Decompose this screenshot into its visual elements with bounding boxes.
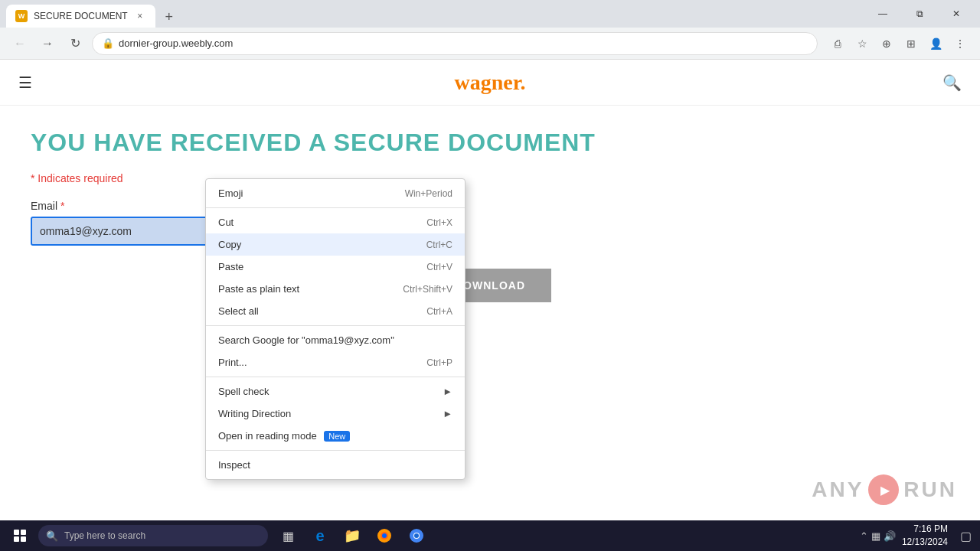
minimize-button[interactable]: — (865, 2, 900, 26)
tray-expand-icon[interactable]: ⌃ (860, 530, 868, 542)
taskbar: 🔍 Type here to search ▦ e 📁 (0, 520, 980, 551)
menu-item-select-all[interactable]: Select all Ctrl+A (206, 300, 465, 322)
svg-point-2 (382, 533, 387, 538)
menu-item-inspect[interactable]: Inspect (206, 454, 465, 476)
email-label: Email * (31, 200, 949, 212)
split-view-icon[interactable]: ⊞ (900, 33, 922, 54)
windows-icon (14, 530, 26, 542)
watermark: ANY RUN (812, 474, 957, 505)
address-bar: ← → ↻ 🔒 dornier-group.weebly.com ⎙ ☆ ⊕ ⊞… (0, 28, 980, 60)
lock-icon: 🔒 (102, 37, 114, 49)
tab-title: SECURE DOCUMENT (34, 11, 128, 21)
taskbar-apps: ▦ e 📁 (273, 520, 432, 551)
page-title: YOU HAVE RECEIVED A SECURE DOCUMENT (31, 129, 949, 157)
menu-separator-3 (206, 377, 465, 377)
svg-point-5 (414, 533, 419, 538)
taskbar-firefox-icon[interactable] (369, 520, 400, 551)
toolbar-icons: ⎙ ☆ ⊕ ⊞ 👤 ⋮ (827, 33, 971, 54)
menu-separator-1 (206, 207, 465, 208)
system-clock[interactable]: 7:16 PM 12/13/2024 (902, 523, 948, 549)
menu-separator-2 (206, 325, 465, 326)
forward-button[interactable]: → (37, 33, 58, 54)
taskbar-search-icon: 🔍 (46, 530, 58, 542)
watermark-play-icon (868, 474, 899, 505)
menu-item-reading-mode[interactable]: Open in reading mode New (206, 425, 465, 447)
url-bar[interactable]: 🔒 dornier-group.weebly.com (92, 32, 818, 55)
taskbar-edge-icon[interactable]: e (305, 520, 335, 551)
menu-separator-4 (206, 450, 465, 451)
required-star: * (60, 200, 64, 212)
tab-close-button[interactable]: × (134, 10, 146, 22)
task-view-button[interactable]: ▦ (273, 520, 303, 551)
menu-item-paste-plain[interactable]: Paste as plain text Ctrl+Shift+V (206, 278, 465, 300)
profile-icon[interactable]: 👤 (925, 33, 946, 54)
watermark-text-right: RUN (903, 478, 957, 502)
menu-item-paste[interactable]: Paste Ctrl+V (206, 256, 465, 278)
maximize-button[interactable]: ⧉ (902, 2, 937, 26)
clock-time: 7:16 PM (902, 523, 948, 536)
taskbar-folder-icon[interactable]: 📁 (337, 520, 368, 551)
reload-button[interactable]: ↻ (64, 33, 86, 54)
tab-favicon: W (15, 10, 28, 22)
watermark-text-left: ANY (812, 478, 864, 502)
website-content: ☰ wagner. 🔍 YOU HAVE RECEIVED A SECURE D… (0, 60, 980, 520)
taskbar-right: ⌃ ▦ 🔊 7:16 PM 12/13/2024 ▢ (860, 520, 977, 551)
browser-frame: W SECURE DOCUMENT × + — ⧉ ✕ ← → ↻ 🔒 dorn… (0, 0, 980, 551)
hamburger-menu[interactable]: ☰ (18, 73, 32, 92)
menu-item-copy[interactable]: Copy Ctrl+C (206, 233, 465, 256)
new-tab-button[interactable]: + (158, 6, 180, 28)
menu-item-writing-direction[interactable]: Writing Direction ► (206, 403, 465, 425)
site-logo: wagner. (454, 70, 525, 95)
window-controls: — ⧉ ✕ (865, 2, 974, 26)
back-button[interactable]: ← (9, 33, 31, 54)
tray-volume-icon[interactable]: 🔊 (884, 530, 896, 542)
taskbar-search-text: Type here to search (64, 530, 145, 541)
page-body: YOU HAVE RECEIVED A SECURE DOCUMENT * In… (0, 106, 980, 348)
start-button[interactable] (3, 520, 37, 551)
share-icon[interactable]: ⎙ (827, 33, 848, 54)
new-badge: New (324, 431, 350, 442)
tray-icons: ⌃ ▦ 🔊 (860, 530, 896, 542)
menu-icon[interactable]: ⋮ (949, 33, 971, 54)
site-header: ☰ wagner. 🔍 (0, 60, 980, 106)
clock-date: 12/13/2024 (902, 536, 948, 549)
title-bar: W SECURE DOCUMENT × + — ⧉ ✕ (0, 0, 980, 28)
email-form-group: Email * (31, 200, 949, 246)
notification-button[interactable]: ▢ (954, 520, 977, 551)
favorites-icon[interactable]: ☆ (851, 33, 873, 54)
taskbar-chrome-icon[interactable] (401, 520, 432, 551)
menu-item-emoji[interactable]: Emoji Win+Period (206, 182, 465, 204)
taskbar-search-bar[interactable]: 🔍 Type here to search (38, 525, 268, 546)
tray-network-icon[interactable]: ▦ (871, 530, 880, 542)
menu-item-print[interactable]: Print... Ctrl+P (206, 351, 465, 373)
context-menu: Emoji Win+Period Cut Ctrl+X Copy Ctrl+C … (205, 178, 466, 480)
site-search-icon[interactable]: 🔍 (942, 73, 962, 92)
extensions-icon[interactable]: ⊕ (876, 33, 897, 54)
indicates-required-text: * Indicates required (31, 172, 949, 184)
active-tab[interactable]: W SECURE DOCUMENT × (6, 5, 155, 28)
close-button[interactable]: ✕ (939, 2, 974, 26)
menu-item-search-google[interactable]: Search Google for "omma19@xyz.com" (206, 329, 465, 351)
menu-item-cut[interactable]: Cut Ctrl+X (206, 211, 465, 233)
tab-area: W SECURE DOCUMENT × + (6, 0, 180, 28)
menu-item-spell-check[interactable]: Spell check ► (206, 380, 465, 403)
url-text: dornier-group.weebly.com (119, 37, 808, 49)
